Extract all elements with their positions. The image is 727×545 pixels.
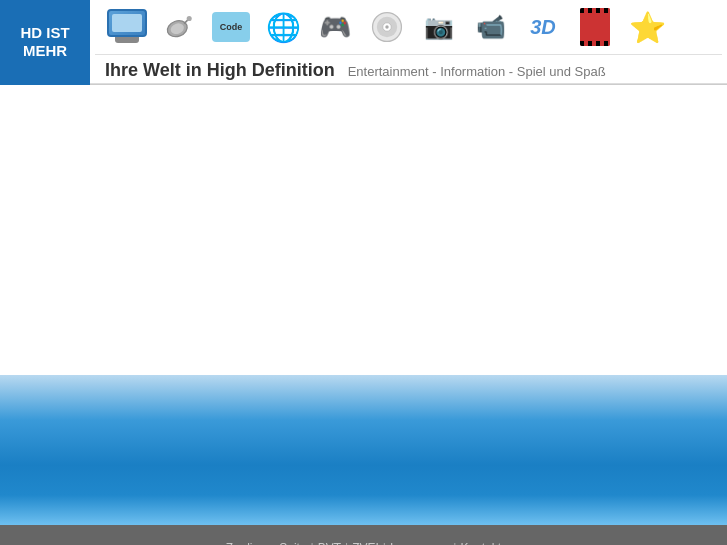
code-icon: Code [212,12,250,42]
star-icon: ⭐ [629,10,666,45]
header: HD IST MEHR [0,0,727,85]
tv-icon [107,9,147,45]
tagline-row: Ihre Welt in High Definition Entertainme… [95,57,722,83]
nav-icon-disc[interactable] [363,5,411,49]
nav-icon-camcorder[interactable]: 📹 [467,5,515,49]
nav-icon-satellite[interactable] [155,5,203,49]
tagline-main: Ihre Welt in High Definition [105,60,335,80]
logo-text: HD IST MEHR [20,24,69,60]
nav-icon-code[interactable]: Code [207,5,255,49]
footer-link-zu-dieser-seite[interactable]: Zu dieser Seite [222,541,311,546]
nav-icon-3d[interactable]: 3D [519,5,567,49]
svg-point-3 [187,16,192,21]
gamepad-icon: 🎮 [319,12,351,43]
camera-icon: 📷 [424,13,454,41]
logo-line1: HD IST [20,24,69,41]
nav-icon-tv[interactable] [103,5,151,49]
nav-icons-area: Code 🌐 🎮 📷 [90,0,727,84]
svg-point-7 [385,25,388,28]
nav-icon-camera[interactable]: 📷 [415,5,463,49]
film-icon [580,8,610,46]
footer-link-kontakt[interactable]: Kontakt [456,541,505,546]
blue-section [0,375,727,525]
nav-icon-globe[interactable]: 🌐 [259,5,307,49]
logo-line2: MEHR [23,42,67,59]
camcorder-icon: 📹 [476,13,506,41]
footer-links: Zu dieser Seite | BVT | ZVEI | Impressum… [222,541,505,546]
tagline-subtitle: Entertainment - Information - Spiel und … [348,64,606,79]
nav-icon-gamepad[interactable]: 🎮 [311,5,359,49]
top-icons-row: Code 🌐 🎮 📷 [95,0,722,55]
tagline: Ihre Welt in High Definition Entertainme… [105,60,606,81]
nav-icon-favorites[interactable]: ⭐ [623,5,671,49]
3d-icon: 3D [530,16,556,39]
footer-link-impressum[interactable]: Impressum [386,541,453,546]
logo[interactable]: HD IST MEHR [0,0,90,85]
disc-icon [370,10,404,44]
footer-link-bvt[interactable]: BVT [314,541,345,546]
globe-icon: 🌐 [266,11,301,44]
footer: Zu dieser Seite | BVT | ZVEI | Impressum… [0,525,727,545]
nav-icon-film[interactable] [571,5,619,49]
main-content [0,85,727,375]
satellite-icon [162,10,196,44]
footer-link-zvei[interactable]: ZVEI [348,541,383,546]
